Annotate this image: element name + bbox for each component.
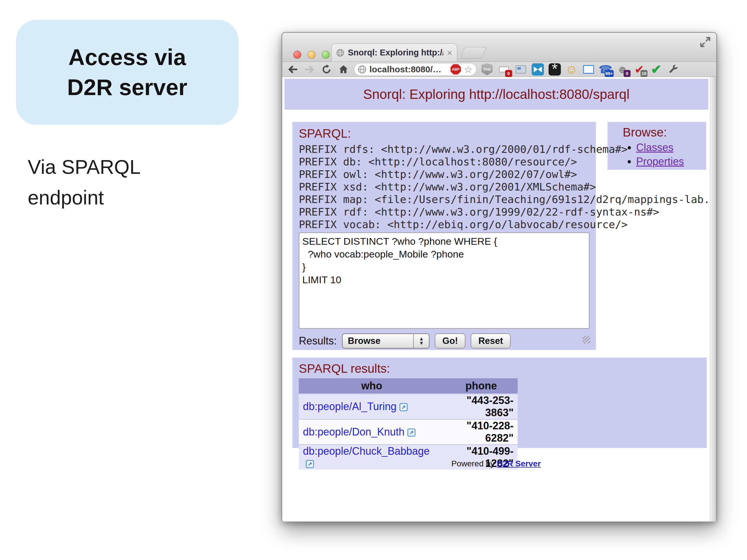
- d2r-server-link[interactable]: D2R Server: [497, 459, 541, 468]
- window-capture-extension-icon[interactable]: [514, 63, 527, 76]
- browser-titlebar: Snorql: Exploring http://loca ×: [282, 33, 716, 62]
- resource-link[interactable]: db:people/Don_Knuth: [303, 426, 405, 438]
- bookmark-star-icon[interactable]: ☆: [464, 64, 473, 74]
- sparql-prefix-block: PREFIX rdfs: <http://www.w3.org/2000/01/…: [299, 143, 589, 231]
- query-textarea[interactable]: SELECT DISTINCT ?who ?phone WHERE { ?who…: [299, 233, 589, 329]
- browse-list: ClassesProperties: [636, 140, 706, 168]
- page-footer: Powered by D2R Server: [282, 459, 710, 469]
- browser-toolbar: localhost:8080/… ABP ☆ TAG 0 * ☺: [282, 62, 716, 77]
- sparql-prefix-line: PREFIX rdf: <http://www.w3.org/1999/02/2…: [299, 206, 589, 218]
- back-button[interactable]: [286, 63, 299, 76]
- asterisk-extension-icon[interactable]: *: [548, 63, 561, 76]
- tab-title: Snorql: Exploring http://loca: [348, 48, 443, 57]
- home-button[interactable]: [337, 63, 350, 76]
- who-cell: db:people/Al_Turing↗: [299, 394, 445, 419]
- ghost-badge: 0: [624, 70, 630, 77]
- forward-button[interactable]: [303, 63, 316, 76]
- minimize-window-button[interactable]: [308, 51, 315, 59]
- slide-subtitle: Via SPARQL endpoint: [28, 152, 140, 213]
- results-table-body: db:people/Al_Turing↗"443-253-3863"db:peo…: [299, 394, 518, 470]
- browse-link-properties[interactable]: Properties: [636, 156, 684, 167]
- table-row: db:people/Don_Knuth↗"410-228-6282": [299, 420, 518, 444]
- address-bar[interactable]: localhost:8080/… ABP ☆: [354, 63, 476, 76]
- tag-shield-extension-icon[interactable]: TAG: [481, 63, 493, 76]
- table-row: db:people/Al_Turing↗"443-253-3863": [299, 394, 518, 419]
- page-content: Snorql: Exploring http://localhost:8080/…: [282, 77, 716, 522]
- browser-window: Snorql: Exploring http://loca ×: [282, 32, 717, 522]
- resource-link[interactable]: db:people/Chuck_Babbage: [303, 445, 430, 457]
- sparql-results-panel: SPARQL results: whophone db:people/Al_Tu…: [292, 357, 707, 448]
- sparql-prefix-line: PREFIX rdfs: <http://www.w3.org/2000/01/…: [299, 143, 589, 156]
- go-button[interactable]: Go!: [435, 334, 465, 349]
- tab-favicon-globe-icon: [336, 49, 344, 57]
- textarea-resize-grip[interactable]: [583, 336, 590, 344]
- sparql-prefix-line: PREFIX owl: <http://www.w3.org/2002/07/o…: [299, 168, 589, 181]
- page-title: Snorql: Exploring http://localhost:8080/…: [363, 86, 630, 102]
- sparql-panel: SPARQL: PREFIX rdfs: <http://www.w3.org/…: [292, 122, 596, 350]
- traffic-lights: [293, 51, 330, 59]
- who-cell: db:people/Don_Knuth↗: [299, 420, 445, 444]
- external-link-icon[interactable]: ↗: [407, 428, 415, 437]
- sparql-prefix-line: PREFIX map: <file:/Users/finin/Teaching/…: [299, 193, 589, 206]
- sparql-prefix-line: PREFIX xsd: <http://www.w3.org/2001/XMLS…: [299, 181, 589, 193]
- screenshot-frame-extension-icon[interactable]: [582, 63, 595, 76]
- reset-button[interactable]: Reset: [471, 334, 510, 349]
- resource-link[interactable]: db:people/Al_Turing: [303, 400, 396, 412]
- expand-window-icon[interactable]: [699, 36, 711, 48]
- tab-close-icon[interactable]: ×: [447, 48, 452, 57]
- butterfly-extension-icon[interactable]: [531, 63, 544, 76]
- results-column-header-who: who: [299, 378, 445, 394]
- phone-badge: 99+: [604, 70, 614, 77]
- results-controls: Results: Browse ▲ ▼ Go! Reset: [299, 334, 589, 349]
- green-check-extension-icon[interactable]: ✔: [650, 63, 663, 76]
- phone-cell: "443-253-3863": [445, 394, 518, 419]
- adblock-icon[interactable]: ABP: [450, 64, 461, 75]
- smiley-extension-icon[interactable]: ☺: [565, 63, 578, 76]
- zoom-window-button[interactable]: [322, 51, 330, 59]
- wrench-settings-icon[interactable]: [667, 63, 679, 76]
- tab-counter-extension-icon[interactable]: 0: [497, 63, 510, 76]
- phone-cell: "410-228-6282": [445, 420, 518, 444]
- tab-counter-badge: 0: [505, 70, 512, 77]
- results-column-header-phone: phone: [445, 378, 518, 394]
- sparql-prefix-line: PREFIX vocab: <http://ebiq.org/o/labvoca…: [299, 218, 589, 231]
- slide-title: Access via D2R server: [67, 42, 187, 102]
- reload-button[interactable]: [320, 63, 333, 76]
- browse-heading: Browse:: [623, 126, 706, 139]
- red-check-badge: 10: [641, 70, 647, 77]
- results-table-header-row: whophone: [299, 378, 518, 394]
- sparql-heading: SPARQL:: [299, 127, 589, 140]
- results-table: whophone db:people/Al_Turing↗"443-253-38…: [299, 377, 518, 471]
- results-format-select[interactable]: Browse ▲ ▼: [342, 334, 430, 349]
- browse-list-item: Properties: [636, 155, 706, 168]
- results-heading: SPARQL results:: [299, 362, 700, 376]
- red-check-extension-icon[interactable]: ✔ 10: [633, 63, 646, 76]
- slide-canvas: Access via D2R server Via SPARQL endpoin…: [0, 0, 747, 560]
- new-tab-button[interactable]: [460, 47, 486, 59]
- browse-link-classes[interactable]: Classes: [636, 141, 673, 153]
- results-label: Results:: [299, 335, 337, 347]
- footer-text: Powered by: [452, 459, 497, 468]
- close-window-button[interactable]: [293, 51, 301, 59]
- external-link-icon[interactable]: ↗: [400, 403, 408, 411]
- slide-title-box: Access via D2R server: [16, 20, 238, 125]
- select-arrows-icon: ▲ ▼: [413, 334, 429, 348]
- results-select-value: Browse: [342, 336, 413, 346]
- browse-list-item: Classes: [636, 140, 706, 155]
- browser-tab[interactable]: Snorql: Exploring http://loca ×: [331, 44, 457, 61]
- site-globe-icon: [358, 65, 366, 74]
- phone-extension-icon[interactable]: ☎ 99+: [599, 63, 612, 76]
- page-title-bar: Snorql: Exploring http://localhost:8080/…: [284, 79, 708, 110]
- sparql-prefix-line: PREFIX db: <http://localhost:8080/resour…: [299, 156, 589, 168]
- address-url[interactable]: localhost:8080/…: [369, 64, 447, 74]
- vertical-scrollbar[interactable]: [710, 77, 716, 522]
- ghost-extension-icon[interactable]: ☻ 0: [616, 63, 629, 76]
